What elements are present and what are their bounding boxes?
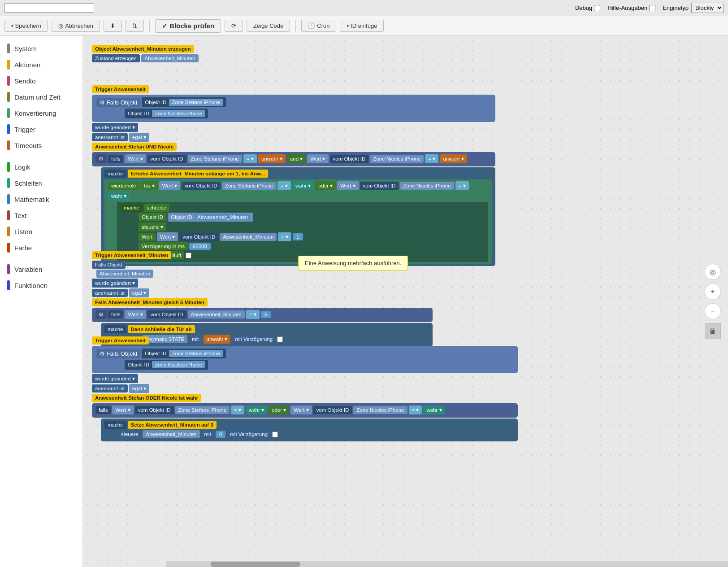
block-setze-abw-0[interactable]: Setze Abwesenheit_Minuten auf 0	[128, 421, 217, 429]
block-eq-2[interactable]: = ▾	[425, 154, 438, 163]
block-trigger-anwesenheit-2[interactable]: Trigger Anwesenheit	[92, 336, 149, 345]
sidebar-item-trigger[interactable]: Trigger	[0, 121, 82, 137]
zoom-out-button[interactable]: −	[705, 303, 721, 319]
block-stefan-w1[interactable]: Zone Stefans iPhone	[222, 182, 276, 190]
center-button[interactable]: ◎	[705, 264, 721, 280]
debug-checkbox[interactable]	[594, 5, 600, 11]
block-anwesenheit-stefan-und-nicole[interactable]: Anwesenheit Stefan UND Nicole	[92, 143, 177, 151]
sidebar-item-listen[interactable]: Listen	[0, 223, 82, 240]
block-objekt-id-stefan-3[interactable]: Objekt ID Zone Stefans iPhone	[142, 349, 226, 358]
block-wert-2[interactable]: Wert ▾	[307, 154, 328, 163]
sidebar-item-variablen[interactable]: Variablen	[0, 261, 82, 277]
block-wert-f3[interactable]: Wert ▾	[112, 406, 133, 414]
block-wert-1[interactable]: Wert ▾	[125, 154, 146, 163]
block-falls-abw-5min[interactable]: Falls Abwesenheit_Minuten gleich 5 Minut…	[92, 298, 208, 306]
sidebar-item-mathematik[interactable]: Mathematik	[0, 191, 82, 207]
block-nicole-w1[interactable]: Zone Nicoles iPhone	[400, 182, 454, 190]
cron-button[interactable]: 🕐 Cron	[301, 20, 336, 32]
sidebar-item-funktionen[interactable]: Funktionen	[0, 277, 82, 293]
block-oder-w1[interactable]: oder ▾	[315, 181, 336, 190]
cancel-button[interactable]: ◎ Abbrechen	[52, 20, 100, 32]
block-objekt-id-nicole-1[interactable]: Objekt ID Zone Nicoles iPhone	[125, 109, 208, 118]
block-unwahr-1[interactable]: unwahr ▾	[258, 154, 286, 163]
block-wert-f2[interactable]: Wert ▾	[125, 310, 146, 319]
block-wahr-w2[interactable]: wahr ▾	[108, 192, 130, 201]
block-oder-f3[interactable]: oder ▾	[269, 406, 289, 414]
block-trigger-abwesenheit[interactable]: Trigger Abwesenheit_Minuten	[92, 251, 171, 259]
block-abw-min-val[interactable]: Abwesenheit_Minuten	[220, 233, 277, 241]
block-wert-w2[interactable]: Wert ▾	[337, 181, 358, 190]
block-steuere[interactable]: steuere ▾	[139, 222, 166, 231]
block-eq-1[interactable]: = ▾	[243, 154, 257, 163]
block-dann-schliesse[interactable]: Dann schließe die Tür ab	[128, 325, 195, 333]
canvas-area[interactable]: Object Abwesenheit_Minuten erzeugen Zust…	[83, 36, 728, 567]
block-abw-min-f2[interactable]: Abwesenheit_Minuten	[188, 310, 245, 318]
sidebar-item-timeouts[interactable]: Timeouts	[0, 137, 82, 153]
block-abw-min-2[interactable]: Abwesenheit_Minuten	[96, 270, 153, 278]
block-wahr-f3b[interactable]: wahr ▾	[423, 406, 445, 414]
block-anerkannt-ist-1[interactable]: anerkannt ist	[92, 133, 128, 141]
block-stefan-f3[interactable]: Zone Stefans iPhone	[175, 406, 230, 414]
block-wurde-geandert-2[interactable]: wurde geändert ▾	[92, 279, 138, 288]
title-input[interactable]: Tuer_abschliessen_Test	[4, 3, 94, 13]
block-egal-2[interactable]: egal ▾	[129, 288, 149, 297]
sidebar-item-aktionen[interactable]: Aktionen	[0, 57, 82, 73]
sidebar-item-farbe[interactable]: Farbe	[0, 240, 82, 256]
sort-button[interactable]: ⇅	[126, 20, 144, 32]
block-anwesenheit-stefan-oder-nicole[interactable]: Anwesenheit Stefan ODER Nicole ist wahr	[92, 394, 201, 402]
block-wahr-f3[interactable]: wahr ▾	[246, 406, 267, 414]
block-objekt-id-nicole-3[interactable]: Objekt ID Zone Nicoles iPhone	[125, 360, 208, 370]
block-zone-nicole-1[interactable]: Zone Nicoles iPhone	[370, 155, 424, 163]
block-abwesenheit-minuten-1[interactable]: Abwesenheit_Minuten	[141, 54, 198, 62]
debug-label[interactable]: Debug	[575, 4, 600, 11]
block-wurde-geandert-3[interactable]: wurde geändert ▾	[92, 374, 138, 383]
sidebar-item-text[interactable]: Text	[0, 207, 82, 223]
engine-select[interactable]: Blockly	[691, 3, 724, 13]
check-blocks-button[interactable]: ✓ Blöcke prüfen	[155, 19, 221, 33]
block-eq-f3b[interactable]: = ▾	[409, 406, 422, 414]
block-wahr-w1[interactable]: wahr ▾	[292, 181, 314, 190]
block-plus[interactable]: + ▾	[278, 232, 291, 241]
sidebar-item-sendto[interactable]: Sendto	[0, 73, 82, 89]
block-zustand-erzeugen[interactable]: Zustand erzeugen	[92, 54, 140, 62]
block-unwahr-2[interactable]: unwahr ▾	[440, 154, 467, 163]
block-trigger-anwesenheit-1[interactable]: Trigger Anwesenheit	[92, 85, 149, 93]
block-wert-w1[interactable]: Wert ▾	[159, 181, 180, 190]
save-button[interactable]: ▪ Speichern	[4, 20, 48, 32]
block-verz-checkbox-2[interactable]	[272, 432, 278, 437]
block-egal-1[interactable]: egal ▾	[129, 133, 149, 142]
block-abw-min-steuere[interactable]: Abwesenheit_Minuten	[143, 430, 199, 438]
sidebar-item-datum[interactable]: Datum und Zeit	[0, 89, 82, 105]
id-button[interactable]: ▪ ID einfüge	[340, 20, 384, 32]
canvas-scrollbar[interactable]	[166, 561, 728, 567]
hilfe-label[interactable]: Hilfe-Ausgaben	[607, 4, 655, 11]
sidebar-item-system[interactable]: System	[0, 40, 82, 57]
download-button[interactable]: ⬇	[104, 20, 122, 32]
block-abw-min-id[interactable]: Objekt ID Abwesenheit_Minuten	[168, 213, 253, 222]
refresh-button[interactable]: ⟳	[225, 20, 243, 32]
block-object-erzeugen[interactable]: Object Abwesenheit_Minuten erzeugen	[92, 45, 194, 53]
sidebar-item-schleifen[interactable]: Schleifen	[0, 175, 82, 191]
zoom-in-button[interactable]: +	[705, 284, 721, 300]
block-num-0[interactable]: 0	[216, 431, 225, 438]
sidebar-item-logik[interactable]: Logik	[0, 159, 82, 175]
block-bis[interactable]: bis ▾	[141, 181, 158, 190]
delete-area[interactable]: 🗑	[705, 323, 721, 339]
block-egal-3[interactable]: egal ▾	[129, 384, 149, 393]
block-eq-w2[interactable]: = ▾	[455, 181, 469, 190]
block-eq-f3[interactable]: = ▾	[231, 406, 244, 414]
block-und-1[interactable]: und ▾	[287, 154, 306, 163]
sidebar-item-konvertierung[interactable]: Konvertierung	[0, 105, 82, 121]
block-wert-f3b[interactable]: Wert ▾	[290, 406, 312, 414]
block-zone-stefan-1[interactable]: Zone Stefans iPhone	[188, 155, 242, 163]
block-erhohe-tooltip[interactable]: Erhöhe Abwesenheit_Minuten solange um 1,…	[128, 170, 269, 178]
block-nicole-f3[interactable]: Zone Nicoles iPhone	[353, 406, 407, 414]
scrollbar-thumb[interactable]	[211, 562, 300, 567]
block-objekt-id-stefan-1[interactable]: Objekt ID Zone Stefans iPhone	[142, 97, 226, 107]
block-schreibe[interactable]: schreibe	[144, 204, 169, 212]
block-num-5[interactable]: 5	[261, 311, 271, 318]
block-wurde-geandert-1[interactable]: wurde geändert ▾	[92, 123, 138, 132]
show-code-button[interactable]: Zeige Code	[247, 20, 290, 32]
block-num-1[interactable]: 1	[293, 233, 303, 240]
block-wert-abw[interactable]: Wert ▾	[157, 232, 178, 241]
